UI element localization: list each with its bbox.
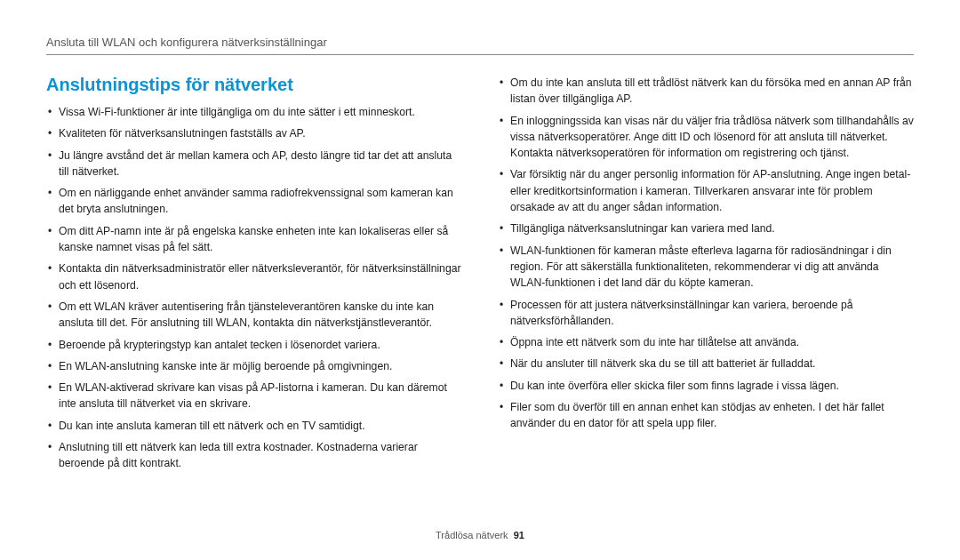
- tips-list-right: Om du inte kan ansluta till ett trådlöst…: [498, 75, 914, 432]
- list-item: WLAN-funktionen för kameran måste efterl…: [498, 243, 914, 292]
- list-item: En WLAN-anslutning kanske inte är möjlig…: [46, 358, 462, 374]
- list-item: Kontakta din nätverksadministratör eller…: [46, 260, 462, 293]
- list-item: Beroende på krypteringstyp kan antalet t…: [46, 337, 462, 353]
- list-item: En WLAN-aktiverad skrivare kan visas på …: [46, 380, 462, 412]
- page-container: Ansluta till WLAN och konfigurera nätver…: [0, 0, 960, 560]
- list-item: Du kan inte ansluta kameran till ett nät…: [46, 418, 462, 434]
- list-item: Kvaliteten för nätverksanslutningen fast…: [46, 125, 462, 141]
- page-number: 91: [514, 530, 524, 540]
- list-item: Öppna inte ett nätverk som du inte har t…: [498, 334, 914, 350]
- list-item: Vissa Wi-Fi-funktioner är inte tillgängl…: [46, 104, 462, 120]
- breadcrumb: Ansluta till WLAN och konfigurera nätver…: [46, 36, 914, 55]
- footer-section: Trådlösa nätverk: [436, 530, 508, 540]
- list-item: Om en närliggande enhet använder samma r…: [46, 185, 462, 218]
- list-item: Tillgängliga nätverksanslutningar kan va…: [498, 220, 914, 236]
- list-item: Ju längre avstånd det är mellan kamera o…: [46, 148, 462, 180]
- list-item: Om ett WLAN kräver autentisering från tj…: [46, 299, 462, 332]
- right-column: Om du inte kan ansluta till ett trådlöst…: [498, 75, 914, 477]
- section-title: Anslutningstips för nätverket: [46, 75, 462, 95]
- list-item: Du kan inte överföra eller skicka filer …: [498, 378, 914, 394]
- left-column: Anslutningstips för nätverket Vissa Wi-F…: [46, 75, 462, 477]
- list-item: Filer som du överför till en annan enhet…: [498, 399, 914, 432]
- list-item: Om du inte kan ansluta till ett trådlöst…: [498, 75, 914, 108]
- list-item: Anslutning till ett nätverk kan leda til…: [46, 439, 462, 472]
- list-item: En inloggningssida kan visas när du välj…: [498, 113, 914, 162]
- content-columns: Anslutningstips för nätverket Vissa Wi-F…: [46, 75, 914, 477]
- list-item: När du ansluter till nätverk ska du se t…: [498, 356, 914, 372]
- list-item: Processen för att justera nätverksinstäl…: [498, 297, 914, 330]
- list-item: Var försiktig när du anger personlig inf…: [498, 166, 914, 215]
- tips-list-left: Vissa Wi-Fi-funktioner är inte tillgängl…: [46, 104, 462, 472]
- list-item: Om ditt AP-namn inte är på engelska kans…: [46, 223, 462, 256]
- page-footer: Trådlösa nätverk 91: [0, 530, 960, 540]
